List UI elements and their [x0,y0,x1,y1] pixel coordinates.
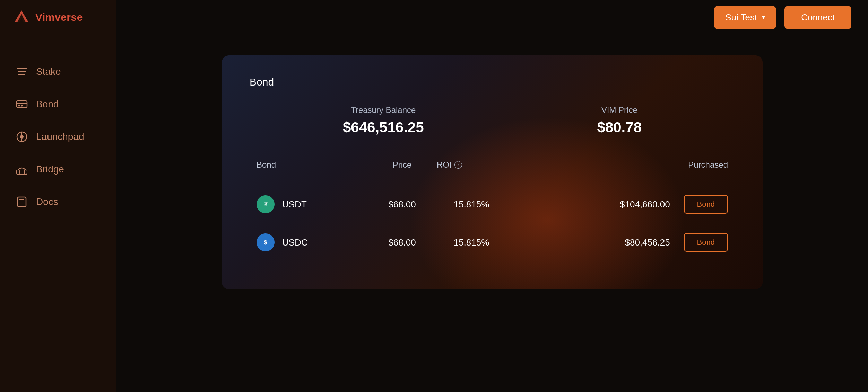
vim-price-label: VIM Price [597,105,642,115]
sidebar-item-stake[interactable]: Stake [0,55,116,88]
usdt-bond-button[interactable]: Bond [684,195,728,214]
svg-rect-14 [24,170,27,174]
docs-icon [15,195,28,208]
connect-button[interactable]: Connect [784,6,851,29]
col-purchased-header: Purchased [506,160,728,170]
sidebar-item-bond-label: Bond [36,99,59,110]
usdc-token-icon: $ [257,233,275,251]
sidebar-nav: Stake Bond [0,35,116,218]
main-content: Sui Test ▾ Connect Bond Treasury Balance… [116,0,868,392]
svg-point-7 [18,105,20,107]
stats-row: Treasury Balance $646,516.25 VIM Price $… [250,105,735,136]
launchpad-icon [15,130,28,143]
sidebar-item-docs[interactable]: Docs [0,186,116,218]
bridge-icon [15,163,28,176]
sidebar-item-bond[interactable]: Bond [0,88,116,121]
sidebar-item-bridge-label: Bridge [36,164,64,175]
svg-rect-5 [17,101,27,108]
bond-cell-usdt: ₮ USDT [257,195,367,213]
usdc-bond-button[interactable]: Bond [684,233,728,252]
logo-text: Vimverse [35,11,83,23]
sidebar-item-docs-label: Docs [36,196,58,207]
table-header: Bond Price ROI i Purchased [250,160,735,178]
svg-rect-2 [17,68,27,69]
sidebar: Vimverse Stake [0,0,116,392]
content-area: Bond Treasury Balance $646,516.25 VIM Pr… [116,35,868,392]
stake-icon [15,65,28,78]
sidebar-item-launchpad-label: Launchpad [36,131,84,142]
sidebar-item-bridge[interactable]: Bridge [0,153,116,186]
usdc-price: $68.00 [367,237,437,248]
treasury-balance-label: Treasury Balance [343,105,424,115]
vimverse-logo-icon [12,8,31,26]
svg-point-10 [20,135,24,139]
bond-table: Bond Price ROI i Purchased [250,160,735,261]
network-label: Sui Test [725,12,757,23]
svg-rect-13 [17,170,19,174]
header: Sui Test ▾ Connect [116,0,868,35]
roi-info-icon[interactable]: i [454,161,462,169]
table-row: ₮ USDT $68.00 15.815% $104,660.00 Bond [250,185,735,223]
table-row: $ USDC $68.00 15.815% $80,456.25 Bond [250,223,735,261]
logo-area[interactable]: Vimverse [0,0,116,35]
bond-card: Bond Treasury Balance $646,516.25 VIM Pr… [222,55,763,289]
col-bond-header: Bond [257,160,367,170]
svg-rect-3 [18,71,26,72]
usdt-price: $68.00 [367,199,437,210]
col-roi-header: ROI i [437,160,506,170]
treasury-balance-value: $646,516.25 [343,119,424,136]
sidebar-item-stake-label: Stake [36,66,61,77]
vim-price-block: VIM Price $80.78 [597,105,642,136]
network-selector-button[interactable]: Sui Test ▾ [714,6,776,29]
usdc-roi: 15.815% [437,237,506,248]
usdt-token-icon: ₮ [257,195,275,213]
page-title: Bond [250,76,735,88]
vim-price-value: $80.78 [597,119,642,136]
usdt-token-name: USDT [282,199,307,210]
chevron-down-icon: ▾ [762,14,765,21]
svg-text:$: $ [264,240,267,246]
bond-icon [15,98,28,111]
usdc-purchased: $80,456.25 [506,237,684,248]
col-price-header: Price [367,160,437,170]
bond-cell-usdc: $ USDC [257,233,367,251]
usdc-token-name: USDC [282,237,308,248]
svg-rect-4 [18,74,25,75]
svg-point-8 [21,105,23,107]
usdt-roi: 15.815% [437,199,506,210]
usdt-purchased: $104,660.00 [506,199,684,210]
sidebar-item-launchpad[interactable]: Launchpad [0,121,116,153]
treasury-balance-block: Treasury Balance $646,516.25 [343,105,424,136]
